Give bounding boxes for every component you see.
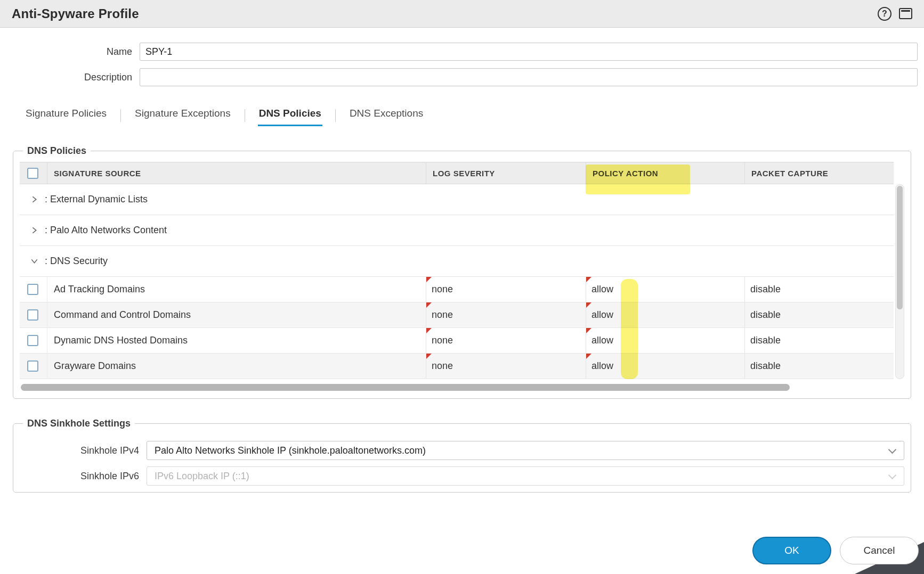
dialog-footer: OK Cancel <box>752 537 919 564</box>
column-header-log-severity: LOG SEVERITY <box>426 162 586 184</box>
tab-signature-exceptions[interactable]: Signature Exceptions <box>134 104 232 126</box>
vertical-scrollbar-thumb[interactable] <box>897 186 903 309</box>
packet-capture-value: disable <box>750 360 781 372</box>
log-severity-value: none <box>432 309 453 321</box>
policy-action-value: allow <box>591 360 613 372</box>
window-icon-bar <box>901 10 910 12</box>
log-severity-cell[interactable]: none <box>426 328 586 353</box>
group-row-external-dynamic-lists[interactable]: : External Dynamic Lists <box>20 184 894 215</box>
row-checkbox[interactable] <box>27 335 38 346</box>
anti-spyware-profile-dialog: Anti-Spyware Profile ? Name Description … <box>0 0 924 574</box>
horizontal-scrollbar-thumb[interactable] <box>21 384 790 391</box>
log-severity-value: none <box>432 335 453 346</box>
chevron-down-icon[interactable] <box>30 257 38 265</box>
tab-bar: Signature Policies Signature Exceptions … <box>25 104 924 126</box>
row-checkbox[interactable] <box>27 360 38 372</box>
description-row: Description <box>0 68 918 86</box>
sinkhole-ipv6-value: IPv6 Loopback IP (::1) <box>155 471 249 482</box>
tab-divider <box>245 109 245 122</box>
packet-capture-value: disable <box>750 309 781 321</box>
sinkhole-ipv4-value: Palo Alto Networks Sinkhole IP (sinkhole… <box>155 445 426 456</box>
row-checkbox[interactable] <box>27 284 38 295</box>
packet-capture-cell[interactable]: disable <box>744 354 894 379</box>
packet-capture-value: disable <box>750 335 781 346</box>
policy-action-cell[interactable]: allow <box>586 328 744 353</box>
chevron-down-icon <box>888 446 897 454</box>
tab-divider <box>335 109 336 122</box>
sinkhole-ipv6-label: Sinkhole IPv6 <box>20 471 147 482</box>
log-severity-cell[interactable]: none <box>426 354 586 379</box>
signature-source-value: Dynamic DNS Hosted Domains <box>54 335 188 346</box>
signature-source-cell: Ad Tracking Domains <box>47 277 426 302</box>
column-header-signature-source: SIGNATURE SOURCE <box>47 162 426 184</box>
log-severity-value: none <box>432 360 453 372</box>
dns-policies-section: DNS Policies SIGNATURE SOURCE LOG SEVERI… <box>13 145 911 399</box>
description-input[interactable] <box>140 68 918 86</box>
policy-action-cell[interactable]: allow <box>586 277 744 302</box>
help-glyph: ? <box>882 9 887 19</box>
table-row[interactable]: Dynamic DNS Hosted Domains none allow di… <box>20 328 894 354</box>
tab-dns-exceptions[interactable]: DNS Exceptions <box>348 104 424 126</box>
edited-cell-marker <box>586 328 591 333</box>
vertical-scrollbar[interactable] <box>895 184 904 379</box>
signature-source-cell: Dynamic DNS Hosted Domains <box>47 328 426 353</box>
packet-capture-cell[interactable]: disable <box>744 302 894 327</box>
group-label: : Palo Alto Networks Content <box>45 225 167 236</box>
signature-source-value: Command and Control Domains <box>54 309 191 321</box>
profile-form: Name Description <box>0 43 924 86</box>
group-label: : External Dynamic Lists <box>45 194 148 205</box>
table-row[interactable]: Command and Control Domains none allow d… <box>20 302 894 328</box>
sinkhole-ipv4-label: Sinkhole IPv4 <box>20 445 147 456</box>
cancel-button[interactable]: Cancel <box>840 537 919 564</box>
sinkhole-ipv4-select[interactable]: Palo Alto Networks Sinkhole IP (sinkhole… <box>147 441 904 460</box>
edited-cell-marker <box>426 277 432 282</box>
ok-button[interactable]: OK <box>752 537 831 564</box>
column-header-packet-capture: PACKET CAPTURE <box>744 162 894 184</box>
policy-action-value: allow <box>591 309 613 321</box>
chevron-right-icon[interactable] <box>30 226 38 234</box>
table-row[interactable]: Ad Tracking Domains none allow disable <box>20 277 894 302</box>
packet-capture-value: disable <box>750 284 781 295</box>
dialog-header: Anti-Spyware Profile ? <box>0 0 924 28</box>
row-checkbox-cell <box>20 328 47 353</box>
tab-dns-policies[interactable]: DNS Policies <box>258 104 322 126</box>
edited-cell-marker <box>586 277 591 282</box>
chevron-down-icon <box>888 471 897 480</box>
name-input[interactable] <box>140 43 918 61</box>
policy-action-cell[interactable]: allow <box>586 354 744 379</box>
tab-signature-policies[interactable]: Signature Policies <box>25 104 108 126</box>
horizontal-scrollbar[interactable] <box>20 384 894 391</box>
chevron-right-icon[interactable] <box>30 195 38 203</box>
signature-source-value: Ad Tracking Domains <box>54 284 145 295</box>
signature-source-cell: Command and Control Domains <box>47 302 426 327</box>
table-row[interactable]: Grayware Domains none allow disable <box>20 354 894 379</box>
dns-sinkhole-settings-legend: DNS Sinkhole Settings <box>23 418 135 429</box>
policy-action-value: allow <box>591 335 613 346</box>
edited-cell-marker <box>426 328 432 333</box>
packet-capture-cell[interactable]: disable <box>744 277 894 302</box>
sinkhole-ipv4-row: Sinkhole IPv4 Palo Alto Networks Sinkhol… <box>20 441 904 460</box>
log-severity-cell[interactable]: none <box>426 302 586 327</box>
edited-cell-marker <box>586 302 591 308</box>
name-label: Name <box>0 46 140 58</box>
sinkhole-ipv6-select[interactable]: IPv6 Loopback IP (::1) <box>147 466 904 486</box>
row-checkbox[interactable] <box>27 309 38 321</box>
dns-policies-legend: DNS Policies <box>23 145 91 157</box>
description-label: Description <box>0 72 140 83</box>
log-severity-cell[interactable]: none <box>426 277 586 302</box>
dns-policies-table: SIGNATURE SOURCE LOG SEVERITY POLICY ACT… <box>20 162 894 379</box>
window-icon[interactable] <box>899 8 912 19</box>
group-row-palo-alto-networks-content[interactable]: : Palo Alto Networks Content <box>20 215 894 246</box>
select-all-cell <box>20 162 47 184</box>
signature-source-value: Grayware Domains <box>54 360 136 372</box>
select-all-checkbox[interactable] <box>27 168 38 179</box>
help-icon[interactable]: ? <box>878 7 891 21</box>
header-icons: ? <box>878 7 912 21</box>
packet-capture-cell[interactable]: disable <box>744 328 894 353</box>
policy-action-cell[interactable]: allow <box>586 302 744 327</box>
column-header-policy-action: POLICY ACTION <box>586 162 744 184</box>
log-severity-value: none <box>432 284 453 295</box>
dns-sinkhole-settings-section: DNS Sinkhole Settings Sinkhole IPv4 Palo… <box>13 418 911 493</box>
group-row-dns-security[interactable]: : DNS Security <box>20 246 894 277</box>
edited-cell-marker <box>426 354 432 359</box>
